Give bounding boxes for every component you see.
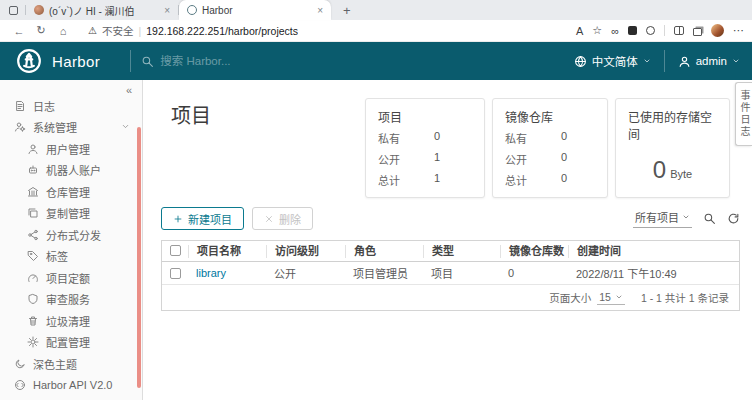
harbor-header: Harbor 中文简体 admin: [0, 42, 752, 80]
select-all-checkbox[interactable]: [162, 245, 188, 258]
card-value: 0: [434, 130, 440, 146]
language-menu[interactable]: 中文简体: [574, 53, 651, 69]
row-checkbox[interactable]: [162, 268, 188, 279]
extension-infinity-icon[interactable]: ∞: [611, 25, 619, 37]
sidebar-item-registries[interactable]: 仓库管理: [0, 181, 142, 203]
browser-toolbar: ← ↻ ⌂ ⚠ 不安全 | 192.168.222.251/harbor/pro…: [0, 20, 752, 42]
harbor-logo-icon[interactable]: [16, 48, 42, 74]
sidebar-item-garbage-collection[interactable]: 垃圾清理: [0, 310, 142, 332]
split-screen-icon[interactable]: [674, 26, 684, 35]
chevron-down-icon: [682, 213, 690, 221]
chevron-down-icon: [615, 293, 623, 301]
gear-icon: [27, 336, 39, 348]
sidebar-item-labels[interactable]: 标签: [0, 246, 142, 268]
summary-cards: 项目 私有0 公开1 总计1 镜像仓库 私有0 公开0 总计0 已使用的存储空间…: [365, 98, 730, 198]
sidebar-item-replications[interactable]: 复制管理: [0, 203, 142, 225]
extension-square-icon[interactable]: [628, 26, 637, 35]
header-divider: [664, 50, 665, 72]
tab1-favicon: [34, 5, 44, 15]
sidebar-collapse-icon[interactable]: «: [0, 80, 142, 95]
chevron-down-icon: [643, 57, 651, 65]
main-content: 项目 项目 私有0 公开1 总计1 镜像仓库 私有0 公开0 总计0 已使用的存…: [143, 80, 752, 400]
tab2-close-icon[interactable]: ×: [317, 5, 323, 16]
project-link[interactable]: library: [196, 267, 226, 279]
moon-icon: [14, 358, 26, 370]
chevron-down-icon: [732, 57, 740, 65]
projects-toolbar: 新建项目 删除 所有项目: [161, 207, 740, 230]
new-tab-button[interactable]: +: [343, 3, 351, 18]
col-project-name: 项目名称: [188, 245, 266, 258]
sidebar-item-configuration[interactable]: 配置管理: [0, 332, 142, 354]
sidebar-item-harbor-api[interactable]: Harbor API V2.0: [0, 375, 142, 397]
tab-actions-icon[interactable]: [9, 6, 18, 15]
card-value: 1: [434, 151, 440, 167]
profile-avatar[interactable]: [711, 24, 724, 37]
extension-ring-icon[interactable]: [646, 26, 655, 35]
sidebar-item-distribution[interactable]: 分布式分发: [0, 224, 142, 246]
user-icon: [678, 55, 691, 68]
sidebar-item-user-management[interactable]: 用户管理: [0, 138, 142, 160]
replication-icon: [27, 207, 39, 219]
card-value: 0: [561, 130, 567, 146]
sidebar-item-interrogation-services[interactable]: 审查服务: [0, 289, 142, 311]
sidebar-item-system-management[interactable]: 系统管理: [0, 117, 142, 139]
table-header-row: 项目名称 访问级别 角色 类型 镜像仓库数 创建时间: [162, 241, 739, 262]
repositories-card: 镜像仓库 私有0 公开0 总计0: [492, 98, 608, 198]
security-label[interactable]: 不安全: [102, 23, 134, 38]
storage-card: 已使用的存储空间 0Byte: [615, 98, 730, 198]
card-label: 总计: [505, 172, 547, 188]
projects-card: 项目 私有0 公开1 总计1: [365, 98, 485, 198]
sidebar-item-dark-theme[interactable]: 深色主题: [0, 353, 142, 375]
user-menu[interactable]: admin: [678, 55, 740, 68]
refresh-icon[interactable]: [727, 212, 740, 225]
search-input[interactable]: [160, 55, 380, 67]
toolbar-right: 所有项目: [633, 209, 740, 228]
sidebar-item-project-quotas[interactable]: 项目定额: [0, 267, 142, 289]
log-icon: [14, 100, 26, 112]
sidebar-scrollbar[interactable]: [137, 127, 141, 388]
cell-type: 项目: [423, 265, 500, 281]
global-search[interactable]: [141, 55, 573, 68]
tab1-close-icon[interactable]: ×: [164, 5, 170, 16]
settings-more-icon[interactable]: ⋯: [733, 24, 744, 37]
project-filter-select[interactable]: 所有项目: [633, 209, 692, 228]
card-value: 0: [561, 172, 567, 188]
new-project-button[interactable]: 新建项目: [161, 207, 244, 230]
col-access-level: 访问级别: [266, 245, 345, 258]
app-body: « 日志 系统管理 用户管理 机器人账户 仓库管理: [0, 80, 752, 400]
tab-hi-site[interactable]: (o´v`)ノ HI - 澜川伯 ×: [26, 0, 178, 20]
col-created: 创建时间: [568, 245, 739, 258]
language-label: 中文简体: [592, 53, 638, 69]
page-size-select[interactable]: 15: [597, 291, 625, 305]
back-icon[interactable]: ←: [8, 25, 30, 37]
url-text[interactable]: 192.168.222.251/harbor/projects: [146, 25, 298, 37]
header-divider: [130, 50, 131, 72]
sidebar-item-logs[interactable]: 日志: [0, 95, 142, 117]
chevron-down-icon: [121, 121, 130, 133]
tab2-title: Harbor: [202, 5, 312, 16]
favorite-star-icon[interactable]: ☆: [592, 24, 602, 37]
api-icon: [14, 379, 26, 391]
x-icon: [264, 214, 274, 224]
not-secure-warning-icon: ⚠: [88, 25, 97, 36]
tab2-favicon: [187, 5, 197, 15]
home-icon[interactable]: ⌂: [52, 25, 74, 37]
globe-icon: [574, 55, 587, 68]
search-icon: [141, 55, 154, 68]
search-icon[interactable]: [703, 212, 716, 225]
collections-icon[interactable]: [693, 28, 702, 36]
browser-actions: A ☆ ∞ ⋯: [576, 24, 744, 37]
event-log-panel-tab[interactable]: 事件日志: [735, 82, 752, 146]
tab-harbor[interactable]: Harbor ×: [179, 0, 331, 20]
delete-button[interactable]: 删除: [252, 207, 313, 230]
browser-window: (o´v`)ノ HI - 澜川伯 × Harbor × + ← ↻ ⌂ ⚠ 不安…: [0, 0, 752, 400]
sidebar: « 日志 系统管理 用户管理 机器人账户 仓库管理: [0, 80, 143, 400]
read-aloud-icon[interactable]: A: [576, 25, 583, 37]
address-bar[interactable]: ⚠ 不安全 | 192.168.222.251/harbor/projects: [88, 23, 566, 38]
pagination-range: 1 - 1 共计 1 条记录: [641, 290, 729, 305]
admin-icon: [14, 121, 26, 133]
card-value: 1: [434, 172, 440, 188]
refresh-icon[interactable]: ↻: [30, 24, 52, 37]
trash-icon: [27, 315, 39, 327]
sidebar-item-robot-accounts[interactable]: 机器人账户: [0, 160, 142, 182]
